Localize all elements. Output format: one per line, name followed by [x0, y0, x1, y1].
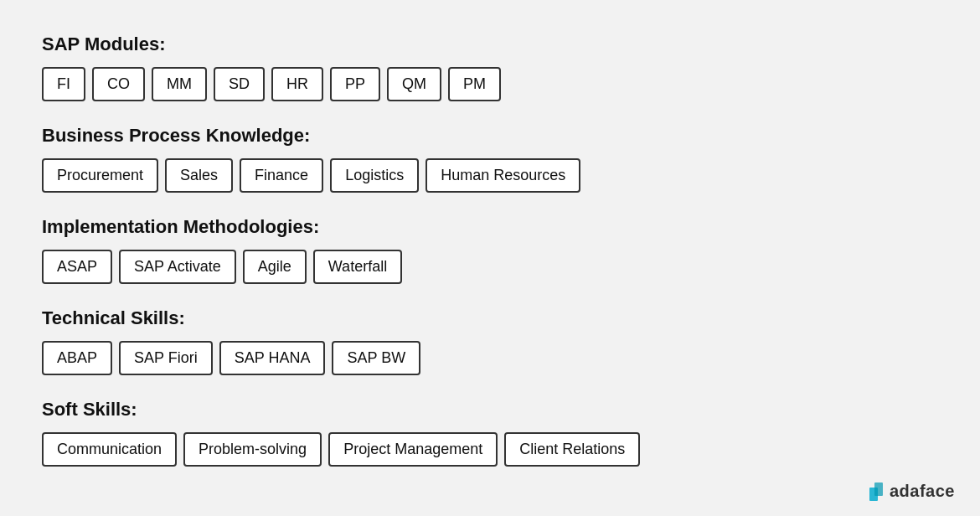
tag-waterfall[interactable]: Waterfall: [313, 250, 402, 284]
tag-finance[interactable]: Finance: [240, 158, 323, 193]
tag-sap-hana[interactable]: SAP HANA: [219, 341, 326, 375]
tags-row-sap-modules: FICOMMSDHRPPQMPM: [42, 67, 938, 101]
svg-rect-1: [874, 482, 883, 496]
section-sap-modules: SAP Modules:FICOMMSDHRPPQMPM: [42, 34, 938, 101]
section-title-business-process: Business Process Knowledge:: [42, 125, 938, 147]
tag-pm[interactable]: PM: [448, 67, 501, 101]
brand-area: adaface: [869, 482, 955, 501]
tags-row-soft-skills: CommunicationProblem-solvingProject Mana…: [42, 432, 938, 467]
brand-name: adaface: [890, 482, 955, 501]
tag-problem-solving[interactable]: Problem-solving: [183, 432, 322, 467]
section-business-process: Business Process Knowledge:ProcurementSa…: [42, 125, 938, 193]
tags-row-implementation-methodologies: ASAPSAP ActivateAgileWaterfall: [42, 250, 938, 284]
section-title-soft-skills: Soft Skills:: [42, 399, 938, 421]
tag-communication[interactable]: Communication: [42, 432, 177, 467]
tag-asap[interactable]: ASAP: [42, 250, 112, 284]
main-container: SAP Modules:FICOMMSDHRPPQMPMBusiness Pro…: [0, 0, 980, 516]
section-title-implementation-methodologies: Implementation Methodologies:: [42, 216, 938, 238]
tags-row-technical-skills: ABAPSAP FioriSAP HANASAP BW: [42, 341, 938, 375]
section-soft-skills: Soft Skills:CommunicationProblem-solving…: [42, 399, 938, 467]
tag-co[interactable]: CO: [92, 67, 145, 101]
tag-fi[interactable]: FI: [42, 67, 85, 101]
tag-abap[interactable]: ABAP: [42, 341, 112, 375]
tag-human-resources[interactable]: Human Resources: [426, 158, 580, 193]
tags-row-business-process: ProcurementSalesFinanceLogisticsHuman Re…: [42, 158, 938, 193]
tag-sap-bw[interactable]: SAP BW: [332, 341, 420, 375]
tag-sales[interactable]: Sales: [165, 158, 233, 193]
tag-sd[interactable]: SD: [214, 67, 265, 101]
tag-project-management[interactable]: Project Management: [328, 432, 498, 467]
tag-sap-fiori[interactable]: SAP Fiori: [119, 341, 213, 375]
tag-client-relations[interactable]: Client Relations: [504, 432, 640, 467]
tag-mm[interactable]: MM: [152, 67, 207, 101]
tag-agile[interactable]: Agile: [243, 250, 307, 284]
tag-hr[interactable]: HR: [271, 67, 323, 101]
tag-procurement[interactable]: Procurement: [42, 158, 158, 193]
section-title-technical-skills: Technical Skills:: [42, 307, 938, 329]
brand-icon: [869, 482, 885, 501]
section-implementation-methodologies: Implementation Methodologies:ASAPSAP Act…: [42, 216, 938, 284]
section-technical-skills: Technical Skills:ABAPSAP FioriSAP HANASA…: [42, 307, 938, 375]
tag-qm[interactable]: QM: [387, 67, 441, 101]
section-title-sap-modules: SAP Modules:: [42, 34, 938, 55]
tag-sap-activate[interactable]: SAP Activate: [119, 250, 236, 284]
tag-logistics[interactable]: Logistics: [330, 158, 419, 193]
tag-pp[interactable]: PP: [330, 67, 380, 101]
